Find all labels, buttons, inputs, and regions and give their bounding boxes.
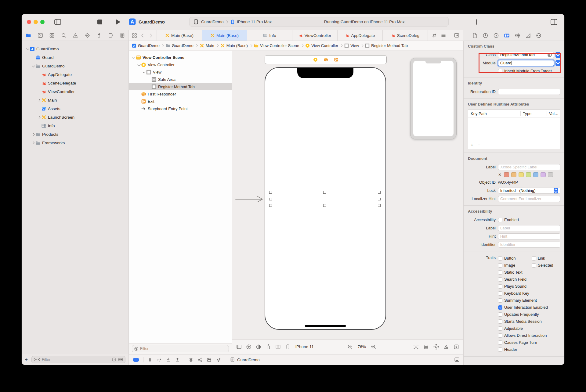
accessibility-hint-field[interactable]: Hint	[498, 233, 560, 239]
embed-icon[interactable]	[454, 344, 459, 350]
remove-attribute-button[interactable]: −	[478, 142, 480, 147]
minimize-button[interactable]	[34, 20, 38, 24]
constraints-icon[interactable]	[433, 344, 439, 350]
device-icon[interactable]	[285, 344, 291, 350]
zoom-level[interactable]: 76%	[358, 344, 366, 349]
first-responder-icon[interactable]: 1	[324, 57, 328, 62]
navigator-toggle-icon[interactable]	[54, 18, 61, 26]
size-icon[interactable]	[525, 33, 531, 38]
trait-checkbox-allows-direct-interaction[interactable]	[498, 333, 502, 338]
tree-item-register-method-tab[interactable]: Register Method Tab	[129, 83, 232, 90]
editor-tab-info[interactable]: Info	[247, 30, 292, 41]
step-out-icon[interactable]	[175, 357, 180, 362]
tree-item-assets[interactable]: Assets	[22, 104, 128, 113]
symbols-icon[interactable]	[49, 33, 55, 38]
breadcrumb-item[interactable]: Register Method Tab	[365, 43, 408, 48]
trait-checkbox-image[interactable]	[498, 263, 502, 268]
trait-checkbox-selected[interactable]	[532, 263, 536, 268]
jump-to-class-button[interactable]	[548, 53, 552, 57]
rotate-icon[interactable]	[266, 344, 271, 350]
disclosure-chevron-icon[interactable]	[25, 47, 30, 51]
breadcrumb-item[interactable]: AGuardDemo	[132, 43, 160, 48]
color-swatch[interactable]	[511, 172, 516, 177]
trait-checkbox-starts-media-session[interactable]	[498, 319, 502, 324]
module-field[interactable]: Guard	[498, 60, 554, 66]
add-file-button[interactable]: +	[25, 357, 29, 363]
related-items-icon[interactable]	[132, 33, 137, 38]
tree-item-view-controller-scene[interactable]: View Controller Scene	[129, 54, 232, 61]
minimap-lines-icon[interactable]	[441, 33, 446, 38]
stack-align-icon[interactable]	[423, 344, 429, 350]
location-icon[interactable]	[216, 357, 221, 362]
breadcrumb-item[interactable]: Main	[200, 43, 214, 48]
update-frames-icon[interactable]	[413, 344, 419, 350]
breadcrumb-item[interactable]: Main (Base)	[220, 43, 248, 48]
resize-handle[interactable]	[269, 198, 272, 200]
tree-item-viewcontroller[interactable]: ViewController	[22, 87, 128, 96]
breadcrumb-item[interactable]: View	[344, 43, 359, 48]
connections-icon[interactable]	[536, 33, 542, 38]
forward-icon[interactable]	[148, 33, 154, 38]
color-swatch[interactable]	[519, 172, 524, 177]
restoration-id-field[interactable]	[498, 89, 560, 95]
trait-checkbox-static-text[interactable]	[498, 270, 502, 275]
reports-icon[interactable]	[120, 33, 125, 38]
tests-icon[interactable]	[85, 33, 90, 38]
accessibility-icon[interactable]	[246, 344, 251, 350]
search-icon[interactable]	[61, 33, 67, 38]
trait-checkbox-causes-page-turn[interactable]	[498, 340, 502, 345]
inspector-toggle-icon[interactable]	[550, 18, 558, 26]
resize-handle[interactable]	[378, 191, 381, 194]
document-label-field[interactable]: Xcode Specific Label	[498, 164, 560, 170]
recent-files-icon[interactable]	[112, 357, 116, 362]
history-icon[interactable]	[483, 33, 488, 38]
tree-item-guarddemo[interactable]: GuardDemo	[22, 62, 128, 70]
tree-item-main[interactable]: Main	[22, 96, 128, 104]
resize-handle[interactable]	[378, 198, 381, 200]
add-attribute-button[interactable]: +	[471, 142, 473, 147]
exit-icon[interactable]	[334, 57, 338, 62]
source-control-filter-icon[interactable]	[118, 357, 123, 362]
resize-handle[interactable]	[269, 204, 272, 207]
environment-icon[interactable]	[207, 357, 212, 362]
storyboard-entry-arrow[interactable]	[235, 196, 265, 203]
tree-item-appdelegate[interactable]: AppDelegate	[22, 70, 128, 79]
tree-item-products[interactable]: Products	[22, 130, 128, 138]
disclosure-chevron-icon[interactable]	[31, 141, 35, 145]
editor-tab-viewcontroller[interactable]: ViewController	[292, 30, 337, 41]
table-column-header[interactable]: Type	[520, 111, 547, 116]
tree-item-first-responder[interactable]: 1First Responder	[129, 90, 232, 98]
navigator-filter-field[interactable]: Filter	[31, 356, 125, 363]
color-swatch[interactable]	[504, 172, 509, 177]
accessibility-label-field[interactable]: Label	[498, 225, 560, 231]
tree-item-storyboard-entry-point[interactable]: Storyboard Entry Point	[129, 105, 232, 112]
close-button[interactable]	[27, 20, 31, 24]
localizer-hint-field[interactable]: Comment For Localizer	[498, 196, 560, 202]
attributes-icon[interactable]	[515, 33, 520, 38]
disclosure-chevron-icon[interactable]	[132, 55, 136, 59]
disclosure-chevron-icon[interactable]	[37, 115, 41, 119]
identity-icon[interactable]	[504, 33, 510, 38]
resize-handle[interactable]	[323, 191, 326, 194]
tree-item-safe-area[interactable]: Safe Area	[129, 76, 232, 83]
class-dropdown-button[interactable]	[555, 52, 560, 58]
appearance-icon[interactable]	[256, 344, 261, 350]
trait-checkbox-adjustable[interactable]	[498, 326, 502, 331]
trait-checkbox-summary-element[interactable]	[498, 298, 502, 303]
device-name-label[interactable]: iPhone 11	[295, 344, 314, 349]
memory-graph-icon[interactable]	[197, 357, 203, 362]
breakpoints-toggle[interactable]	[133, 358, 139, 362]
color-swatch[interactable]	[548, 172, 553, 177]
disclosure-chevron-icon[interactable]	[31, 132, 35, 136]
issues-icon[interactable]	[73, 33, 78, 38]
console-toggle-icon[interactable]	[454, 357, 460, 362]
running-process[interactable]: GuardDemo	[230, 357, 260, 362]
tree-item-frameworks[interactable]: Frameworks	[22, 138, 128, 147]
breadcrumb-item[interactable]: GuardDemo	[166, 43, 194, 48]
zoom-button[interactable]	[40, 20, 45, 24]
lock-popup-stepper[interactable]	[554, 188, 558, 193]
disclosure-chevron-icon[interactable]	[137, 63, 141, 67]
color-swatch[interactable]	[541, 172, 546, 177]
color-swatch[interactable]	[526, 172, 531, 177]
class-field[interactable]: RegisterMethodTab	[498, 52, 554, 58]
